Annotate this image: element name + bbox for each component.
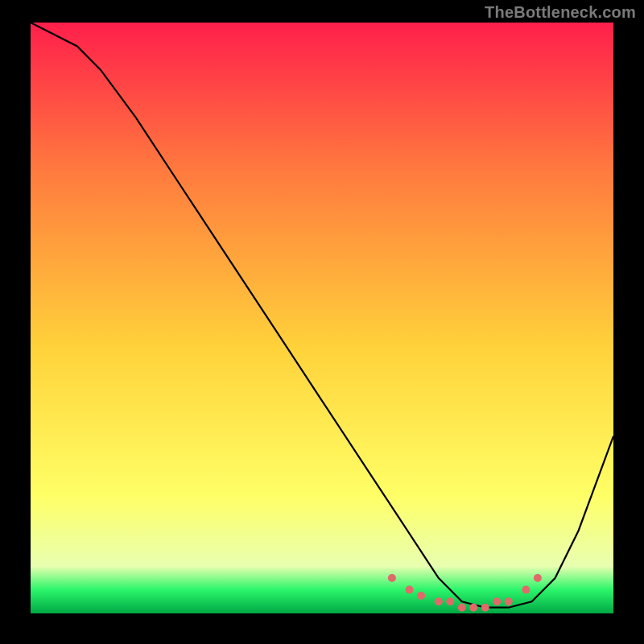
highlight-dot bbox=[469, 604, 477, 612]
highlight-dot bbox=[505, 597, 513, 605]
highlight-dot bbox=[481, 604, 489, 612]
highlight-dot bbox=[534, 574, 542, 582]
highlight-dot bbox=[417, 592, 425, 600]
chart-frame: TheBottleneck.com bbox=[0, 0, 644, 644]
highlight-dot bbox=[446, 597, 454, 605]
highlight-dot bbox=[458, 604, 466, 612]
highlight-dot bbox=[522, 586, 530, 594]
chart-svg bbox=[31, 23, 613, 613]
highlight-dot bbox=[388, 574, 396, 582]
watermark-text: TheBottleneck.com bbox=[485, 3, 636, 22]
highlight-dot bbox=[493, 597, 501, 605]
gradient-background bbox=[31, 23, 613, 613]
plot-area bbox=[31, 23, 613, 613]
highlight-dot bbox=[406, 586, 414, 594]
highlight-dot bbox=[435, 597, 443, 605]
